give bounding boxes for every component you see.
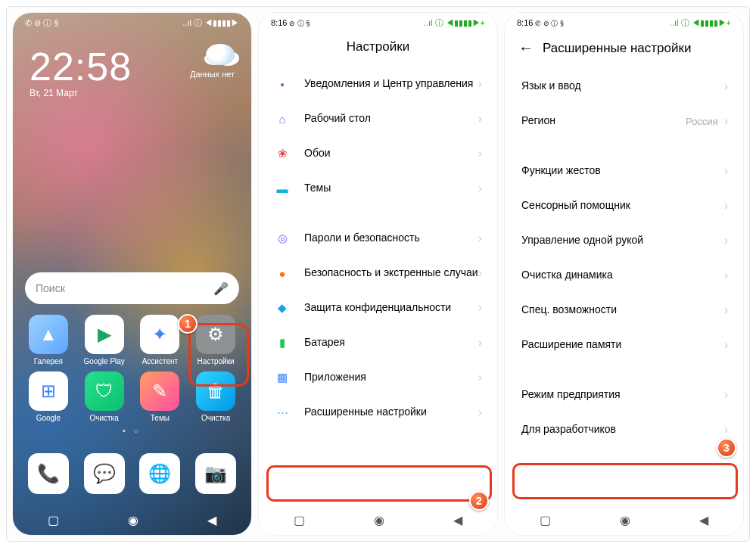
row-label: Функции жестов [521,164,724,178]
settings-row[interactable]: ▮Батарея› [259,325,497,360]
app-label: Настройки [198,357,235,365]
nav-back[interactable]: ◀ [207,513,216,527]
app-icon: ✦ [140,315,179,354]
row-icon: ▬ [274,180,291,197]
settings-row[interactable]: РегионРоссия› [505,104,743,138]
chevron-right-icon: › [724,303,728,317]
app-google play[interactable]: ▶Google Play [78,315,131,365]
settings-row[interactable]: Сенсорный помощник› [505,188,743,223]
back-arrow-icon[interactable]: ← [518,39,534,57]
settings-row[interactable]: ▪Уведомления и Центр управления› [259,67,497,101]
settings-row[interactable]: ⋯Расширенные настройки› [259,395,497,430]
row-icon: ● [274,265,291,281]
settings-row[interactable]: ◎Пароли и безопасность› [259,221,497,256]
nav-back[interactable]: ◀ [453,513,462,527]
clock-widget[interactable]: 22:58 Вт, 21 Март Данных нет [13,30,251,98]
chevron-right-icon: › [724,114,728,128]
nav-recent[interactable]: ▢ [294,513,305,527]
row-icon: ◎ [274,230,291,247]
step-badge-1: 1 [178,314,198,334]
settings-row[interactable]: Язык и ввод› [505,69,743,104]
chevron-right-icon: › [478,336,482,350]
chevron-right-icon: › [478,266,482,280]
chevron-right-icon: › [724,199,728,213]
app-label: Очистка [89,414,118,422]
nav-bar: ▢ ◉ ◀ [13,505,251,535]
settings-row[interactable]: ▬Темы› [259,171,497,206]
row-label: Спец. возможности [521,303,724,317]
app-label: Ассистент [142,357,178,365]
nav-home[interactable]: ◉ [374,513,384,527]
row-label: Батарея [304,336,478,350]
app-темы[interactable]: ✎Темы [134,371,187,422]
app-grid: ▲Галерея▶Google Play✦Ассистент⚙Настройки… [22,315,242,422]
status-bar: 8:16 ⊘ ⓘ § ..ıl ⓘ ◀▮▮▮▮▶+ [259,13,497,30]
status-right-icons: ..ıl ⓘ ◀▮▮▮▮▶ [182,17,239,29]
row-icon: ▪ [274,76,291,92]
dock-app[interactable]: 🌐 [134,453,187,494]
row-label: Сенсорный помощник [521,199,724,213]
settings-row[interactable]: ●Безопасность и экстренные случаи› [259,256,497,291]
chevron-right-icon: › [478,147,482,160]
row-label: Расширение памяти [521,338,724,352]
app-label: Темы [151,414,170,422]
mic-icon[interactable]: 🎤 [213,281,229,296]
row-label: Очистка динамика [521,269,724,282]
row-icon: ◆ [274,300,291,316]
step-badge-2: 2 [469,491,489,511]
nav-home[interactable]: ◉ [620,513,630,527]
settings-row[interactable]: Очистка динамика› [505,258,743,293]
search-placeholder: Поиск [36,282,65,294]
app-очистка[interactable]: 🗑Очистка [189,371,242,422]
page-indicator: • ○ [13,427,251,435]
row-label: Темы [304,182,478,195]
nav-home[interactable]: ◉ [128,513,138,527]
row-label: Режим предприятия [521,388,724,402]
dock-app[interactable]: 📷 [189,453,242,494]
settings-row[interactable]: ⌂Рабочий стол› [259,101,497,136]
dock-app-icon: 💬 [84,453,125,494]
weather-text: Данных нет [190,70,235,79]
nav-bar: ▢ ◉ ◀ [505,505,743,535]
settings-row[interactable]: Расширение памяти› [505,328,743,362]
status-right-icons: ..ıl ⓘ ◀▮▮▮▮▶+ [424,17,485,29]
chevron-right-icon: › [478,406,482,419]
settings-row[interactable]: Для разработчиков› [505,412,743,447]
nav-recent[interactable]: ▢ [540,513,551,527]
settings-row[interactable]: Функции жестов› [505,154,743,188]
settings-row[interactable]: ❀Обои› [259,136,497,171]
row-label: Управление одной рукой [521,234,724,247]
dock-app-icon: 📞 [28,453,69,494]
settings-row[interactable]: ▦Приложения› [259,360,497,395]
app-icon: 🗑 [196,371,235,411]
dock-app[interactable]: 📞 [22,453,75,494]
nav-recent[interactable]: ▢ [48,513,59,527]
chevron-right-icon: › [478,112,482,126]
dock-app-icon: 🌐 [139,453,180,494]
dock-app[interactable]: 💬 [78,453,131,494]
date-display: Вт, 21 Март [30,88,132,98]
chevron-right-icon: › [724,423,728,437]
nav-bar: ▢ ◉ ◀ [259,505,497,535]
settings-row[interactable]: ◆Защита конфиденциальности› [259,291,497,325]
settings-row[interactable]: Спец. возможности› [505,293,743,328]
row-value: Россия [686,116,718,127]
row-icon: ⌂ [274,110,291,127]
app-галерея[interactable]: ▲Галерея [22,315,75,365]
app-google[interactable]: ⊞Google [22,371,75,422]
app-очистка[interactable]: 🛡Очистка [78,371,131,422]
row-icon: ▮ [274,334,291,351]
phone-home-screen: ✆ ⊘ ⓘ § ..ıl ⓘ ◀▮▮▮▮▶ 22:58 Вт, 21 Март … [13,13,251,535]
search-bar[interactable]: Поиск 🎤 [25,272,239,304]
status-left-icons: ✆ ⊘ ⓘ § [535,20,564,27]
row-label: Рабочий стол [304,112,478,126]
page-title: Настройки [259,30,497,67]
settings-row[interactable]: Режим предприятия› [505,378,743,412]
weather-widget[interactable]: Данных нет [190,44,235,79]
time-display: 22:58 [30,44,132,89]
nav-back[interactable]: ◀ [699,513,708,527]
chevron-right-icon: › [478,77,482,91]
app-icon: ✎ [140,371,179,411]
settings-row[interactable]: Управление одной рукой› [505,223,743,258]
row-label: Защита конфиденциальности [304,301,478,315]
